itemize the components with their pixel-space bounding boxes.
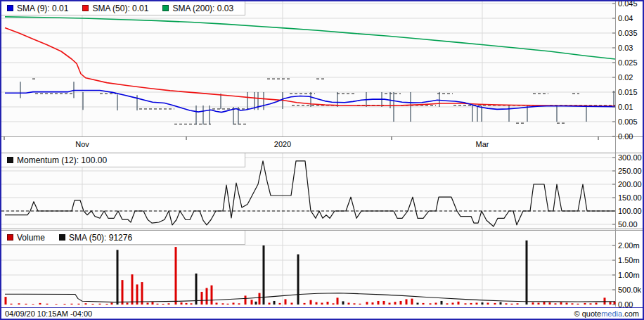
- sma50-legend-label: SMA (50): 0.01: [92, 4, 148, 13]
- y-axis-label: 0.01: [618, 103, 642, 111]
- legend-item-sma200: SMA (200): 0.03: [162, 4, 233, 13]
- x-axis-label-2020: 2020: [274, 140, 291, 148]
- legend-item-volume-sma50: SMA (50): 91276: [59, 233, 132, 243]
- legend-item-momentum: Momentum (12): 100.00: [7, 155, 107, 165]
- y-axis-label: 2.00m: [618, 241, 642, 250]
- y-axis-label: 0.02: [618, 73, 642, 82]
- y-axis-label: 500.0k: [618, 286, 642, 294]
- sma9-legend-label: SMA (9): 0.01: [17, 4, 68, 13]
- y-axis-label: 0.015: [618, 88, 642, 96]
- volume-swatch-icon: [7, 234, 13, 241]
- y-axis-label: 0.035: [618, 29, 642, 37]
- y-axis-label: 200.00: [618, 180, 642, 188]
- quotemedia-logo[interactable]: © quotemedia.com: [574, 309, 639, 318]
- logo-media-text: media: [601, 309, 622, 318]
- y-axis-label: 300.00: [618, 153, 642, 162]
- x-axis-label-mar: Mar: [476, 140, 489, 148]
- y-axis-label: 150.00: [618, 193, 642, 202]
- y-axis-label: 100.00: [618, 207, 642, 215]
- price-legend: SMA (9): 0.01 SMA (50): 0.01 SMA (200): …: [1, 1, 245, 15]
- chart-frame: SMA (9): 0.01 SMA (50): 0.01 SMA (200): …: [0, 0, 644, 320]
- y-axis-label: 250.00: [618, 167, 642, 175]
- y-axis-label: 0.00: [618, 132, 642, 141]
- y-axis-label: 50.00: [618, 220, 642, 229]
- sma200-swatch-icon: [162, 5, 169, 11]
- volume-sma50-legend-label: SMA (50): 91276: [69, 233, 132, 243]
- status-bar: 04/09/20 10:15AM -04:00 © quotemedia.com: [1, 307, 643, 319]
- y-axis-label: 0.03: [618, 44, 642, 52]
- logo-quote-text: quote: [582, 309, 602, 318]
- y-axis-label: 1.50m: [618, 256, 642, 264]
- y-axis-label: 0.005: [618, 117, 642, 126]
- sma200-legend-label: SMA (200): 0.03: [172, 4, 233, 13]
- volume-legend-label: Volume: [17, 233, 45, 243]
- volume-sma50-swatch-icon: [59, 234, 65, 241]
- legend-item-volume: Volume: [7, 233, 45, 243]
- x-axis-label-nov: Nov: [75, 140, 89, 148]
- copyright-symbol: ©: [574, 309, 581, 318]
- legend-item-sma50: SMA (50): 0.01: [82, 4, 148, 13]
- timestamp: 04/09/20 10:15AM -04:00: [5, 309, 92, 318]
- y-axis-label: 0.04: [618, 14, 642, 23]
- y-axis-label: 1.00m: [618, 271, 642, 279]
- legend-item-sma9: SMA (9): 0.01: [7, 4, 68, 13]
- sma50-swatch-icon: [82, 5, 89, 11]
- logo-com-text: .com: [622, 309, 639, 318]
- volume-legend: Volume SMA (50): 91276: [1, 231, 245, 245]
- y-axis-label: 0.025: [618, 58, 642, 67]
- momentum-swatch-icon: [7, 157, 13, 163]
- momentum-legend-label: Momentum (12): 100.00: [17, 155, 107, 165]
- y-axis-label: 0.045: [618, 0, 642, 8]
- sma9-swatch-icon: [7, 5, 13, 11]
- momentum-legend: Momentum (12): 100.00: [1, 153, 245, 167]
